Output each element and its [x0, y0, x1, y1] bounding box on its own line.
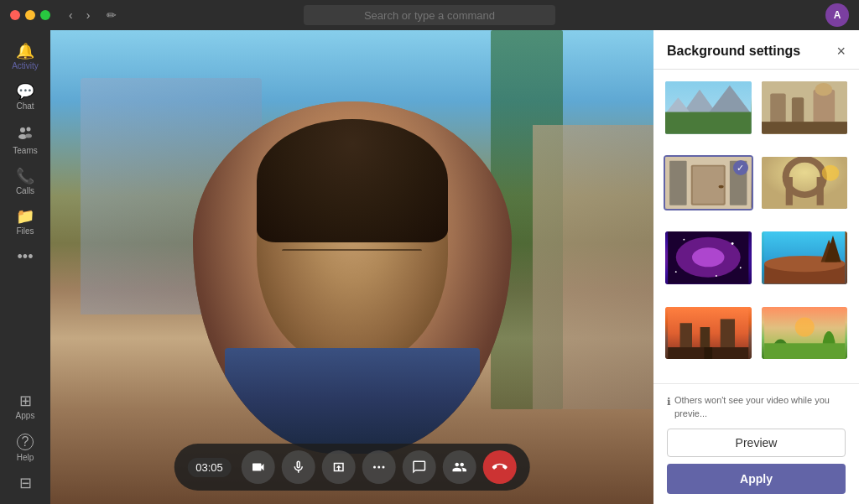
- title-bar: ‹ › ✏ A: [0, 0, 859, 30]
- panel-footer: ℹ Others won't see your video while you …: [653, 383, 859, 504]
- minimize-window-button[interactable]: [25, 10, 35, 20]
- compose-button[interactable]: ✏: [102, 7, 122, 23]
- svg-rect-26: [785, 177, 792, 205]
- teams-icon: [17, 124, 34, 143]
- svg-point-16: [815, 83, 832, 96]
- device-icon: ⊟: [19, 475, 32, 491]
- sidebar-item-more[interactable]: •••: [0, 242, 50, 271]
- bg-thumb-meadow[interactable]: [760, 305, 850, 361]
- svg-rect-11: [665, 112, 752, 134]
- svg-point-6: [383, 466, 385, 469]
- apps-icon: ⊞: [19, 393, 32, 408]
- call-timer: 03:05: [187, 458, 232, 477]
- mic-toggle-button[interactable]: [282, 450, 315, 484]
- traffic-lights: [10, 10, 50, 20]
- sidebar-label-chat: Chat: [16, 101, 34, 111]
- sidebar-item-activity[interactable]: 🔔 Activity: [0, 37, 50, 77]
- sidebar-item-teams[interactable]: Teams: [0, 117, 50, 162]
- sidebar-label-activity: Activity: [12, 61, 39, 70]
- panel-title: Background settings: [667, 44, 800, 59]
- svg-point-1: [27, 127, 31, 132]
- chat-button[interactable]: [403, 450, 436, 484]
- nav-buttons: ‹ › ✏: [64, 7, 122, 23]
- activity-icon: 🔔: [16, 44, 34, 59]
- info-message: Others won't see your video while you pr…: [674, 394, 846, 420]
- sidebar-item-device[interactable]: ⊟: [0, 469, 50, 497]
- share-screen-button[interactable]: [322, 450, 356, 484]
- svg-point-21: [719, 184, 724, 188]
- chat-icon: 💬: [16, 84, 34, 99]
- help-icon: ?: [17, 434, 34, 450]
- forward-button[interactable]: ›: [81, 7, 96, 23]
- search-input[interactable]: [304, 5, 555, 25]
- bg-thumb-galaxy-preview: [665, 231, 752, 284]
- calls-icon: 📞: [16, 169, 34, 184]
- sidebar-label-files: Files: [16, 226, 34, 236]
- panel-close-button[interactable]: ×: [836, 44, 846, 59]
- sidebar-label-help: Help: [17, 453, 34, 462]
- svg-rect-17: [762, 122, 848, 133]
- svg-point-33: [731, 242, 734, 245]
- more-options-button[interactable]: [362, 450, 396, 484]
- end-call-button[interactable]: [483, 450, 517, 484]
- svg-rect-20: [693, 166, 724, 203]
- call-controls: 03:05: [174, 444, 530, 491]
- sidebar-item-calls[interactable]: 📞 Calls: [0, 162, 50, 202]
- main-layout: 🔔 Activity 💬 Chat Teams 📞 Calls 📁: [0, 30, 859, 504]
- bg-thumb-door-preview: [665, 157, 752, 210]
- svg-rect-13: [770, 93, 785, 126]
- sidebar-label-teams: Teams: [13, 146, 37, 155]
- video-toggle-button[interactable]: [242, 450, 275, 484]
- svg-point-32: [683, 239, 685, 241]
- svg-point-31: [692, 247, 725, 267]
- sidebar-item-files[interactable]: 📁 Files: [0, 202, 50, 242]
- sidebar: 🔔 Activity 💬 Chat Teams 📞 Calls 📁: [0, 30, 50, 504]
- apply-button[interactable]: Apply: [667, 464, 846, 494]
- participants-button[interactable]: [443, 450, 476, 484]
- panel-header: Background settings ×: [653, 30, 859, 70]
- user-avatar[interactable]: A: [825, 3, 849, 27]
- bg-thumb-alien[interactable]: [760, 230, 850, 286]
- bg-thumb-galaxy[interactable]: [664, 230, 753, 286]
- bg-thumb-mountain[interactable]: [664, 80, 753, 136]
- sidebar-bottom: ⊞ Apps ? Help ⊟: [0, 387, 50, 497]
- background-settings-panel: Background settings ×: [653, 30, 859, 504]
- svg-point-52: [794, 317, 814, 336]
- background-thumbnails-grid: [653, 70, 859, 383]
- close-window-button[interactable]: [10, 10, 20, 20]
- bg-thumb-meadow-preview: [762, 307, 848, 360]
- svg-point-35: [675, 271, 677, 273]
- svg-point-0: [20, 127, 25, 132]
- maximize-window-button[interactable]: [40, 10, 50, 20]
- svg-rect-24: [762, 157, 848, 210]
- svg-rect-14: [791, 97, 803, 126]
- bg-thumb-street[interactable]: [664, 305, 753, 361]
- sidebar-item-help[interactable]: ? Help: [0, 427, 50, 469]
- more-icon: •••: [18, 249, 34, 264]
- bg-thumb-door[interactable]: [664, 155, 753, 211]
- bg-thumb-ruins[interactable]: [760, 80, 850, 136]
- bg-thumb-ruins-preview: [762, 81, 848, 134]
- video-area: 03:05: [50, 30, 653, 504]
- person-face: [193, 101, 512, 454]
- svg-rect-45: [721, 319, 735, 351]
- svg-rect-47: [704, 347, 712, 359]
- back-button[interactable]: ‹: [64, 7, 78, 23]
- svg-point-3: [25, 134, 32, 138]
- bg-thumb-fantasy-arch[interactable]: [760, 155, 850, 211]
- svg-point-28: [821, 164, 839, 180]
- files-icon: 📁: [16, 209, 34, 224]
- svg-point-5: [377, 466, 380, 469]
- svg-point-36: [740, 267, 742, 268]
- svg-rect-51: [764, 343, 845, 359]
- info-text: ℹ Others won't see your video while you …: [667, 394, 846, 420]
- preview-button[interactable]: Preview: [667, 429, 846, 457]
- bg-thumb-fantasy-arch-preview: [762, 157, 848, 210]
- svg-point-4: [373, 466, 376, 469]
- sidebar-label-calls: Calls: [16, 186, 34, 195]
- sidebar-item-apps[interactable]: ⊞ Apps: [0, 387, 50, 427]
- bg-thumb-mountain-preview: [665, 81, 752, 134]
- svg-rect-43: [680, 323, 692, 351]
- sidebar-item-chat[interactable]: 💬 Chat: [0, 77, 50, 117]
- info-icon: ℹ: [667, 395, 671, 409]
